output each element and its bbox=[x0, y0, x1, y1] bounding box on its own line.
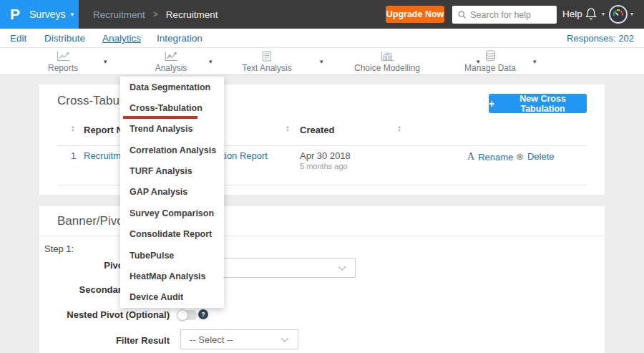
breadcrumb: Recruitment > Recruitment bbox=[93, 0, 218, 29]
annotation-underline bbox=[123, 116, 197, 119]
toolbar-item-analysis[interactable]: Analysis bbox=[155, 48, 187, 75]
document-icon bbox=[263, 51, 272, 62]
plus-icon: + bbox=[489, 98, 494, 110]
product-label: Surveys bbox=[29, 9, 66, 20]
toolbar-item-label: Text Analysis bbox=[242, 63, 291, 73]
app-window: P Surveys ▾ Recruitment > Recruitment Up… bbox=[0, 0, 644, 353]
brand-logo: P bbox=[10, 6, 20, 23]
toggle-knob bbox=[177, 309, 188, 321]
filter-result-select[interactable]: -- Select -- bbox=[180, 329, 298, 349]
responses-count-link[interactable]: Responses: 202 bbox=[567, 33, 634, 44]
chevron-down-icon: ▾ bbox=[71, 11, 74, 18]
toolbar-item-choice-modelling[interactable]: Choice Modelling bbox=[354, 48, 420, 75]
nested-pivot-toggle[interactable] bbox=[177, 310, 197, 320]
account-avatar[interactable] bbox=[609, 5, 628, 24]
survey-nav: Edit Distribute Analytics Integration Re… bbox=[0, 29, 644, 48]
nav-tab-analytics[interactable]: Analytics bbox=[102, 33, 141, 44]
toolbar-item-label: Reports bbox=[48, 63, 78, 73]
toolbar-item-text-analysis[interactable]: Text Analysis bbox=[242, 48, 291, 75]
delete-label: Delete bbox=[527, 151, 555, 162]
toolbar-item-reports[interactable]: Reports bbox=[48, 48, 78, 75]
rename-letter-icon: A bbox=[467, 151, 474, 163]
upgrade-now-button[interactable]: Upgrade Now bbox=[386, 6, 444, 23]
chevron-down-icon bbox=[338, 266, 346, 271]
created-relative: 5 months ago bbox=[300, 162, 348, 170]
chevron-down-icon[interactable]: ▾ bbox=[630, 11, 633, 17]
new-cross-tabulation-button[interactable]: + New Cross Tabulation bbox=[489, 94, 587, 113]
nav-tab-edit[interactable]: Edit bbox=[10, 33, 26, 44]
chevron-down-icon[interactable]: ▾ bbox=[104, 58, 107, 65]
sort-toggle-icon[interactable]: ▲▼ bbox=[397, 125, 401, 132]
top-bar: P Surveys ▾ Recruitment > Recruitment Up… bbox=[0, 0, 644, 29]
chevron-down-icon[interactable]: ▾ bbox=[320, 58, 323, 65]
filter-result-select-value: -- Select -- bbox=[190, 334, 280, 345]
sort-toggle-icon[interactable]: ▲▼ bbox=[71, 125, 75, 132]
menu-item-device-audit[interactable]: Device Audit bbox=[120, 287, 224, 308]
chevron-down-icon[interactable]: ▾ bbox=[533, 58, 537, 65]
menu-item-survey-comparison[interactable]: Survey Comparison bbox=[120, 203, 224, 223]
delete-circle-icon: ⊗ bbox=[516, 151, 524, 162]
sort-toggle-icon[interactable]: ▲▼ bbox=[286, 125, 290, 132]
delete-button[interactable]: ⊗ Delete bbox=[516, 151, 554, 162]
nested-pivot-label: Nested Pivot (Optional) bbox=[39, 309, 170, 320]
menu-item-data-segmentation[interactable]: Data Segmentation bbox=[120, 77, 224, 97]
menu-item-consolidate-report[interactable]: Consolidate Report bbox=[120, 224, 224, 245]
column-header-created[interactable]: Created bbox=[300, 125, 334, 135]
gauge-logo-icon bbox=[611, 7, 625, 21]
analysis-chart-icon bbox=[165, 51, 178, 62]
new-cross-tabulation-label: New Cross Tabulation bbox=[499, 94, 587, 114]
database-icon bbox=[484, 50, 496, 62]
rename-button[interactable]: A Rename bbox=[467, 151, 513, 163]
toolbar-item-label: Manage Data bbox=[464, 63, 516, 73]
menu-item-correlation-analysis[interactable]: Correlation Analysis bbox=[120, 140, 224, 160]
filter-result-label: Filter Result bbox=[39, 335, 170, 346]
notifications-bell-icon[interactable] bbox=[585, 7, 597, 24]
breadcrumb-separator-icon: > bbox=[153, 9, 158, 19]
help-search-box bbox=[452, 6, 557, 24]
help-question-icon[interactable]: ? bbox=[198, 309, 208, 319]
menu-item-heatmap-analysis[interactable]: HeatMap Analysis bbox=[120, 266, 224, 286]
product-switcher[interactable]: P Surveys ▾ bbox=[0, 0, 79, 29]
toolbar-item-label: Choice Modelling bbox=[354, 63, 420, 73]
search-icon bbox=[458, 10, 466, 19]
breadcrumb-parent[interactable]: Recruitment bbox=[93, 9, 145, 20]
step-label: Step 1: bbox=[44, 243, 74, 254]
help-link[interactable]: Help bbox=[562, 9, 582, 19]
row-index: 1 bbox=[71, 150, 76, 161]
nav-tab-integration[interactable]: Integration bbox=[157, 33, 203, 44]
menu-item-tubepulse[interactable]: TubePulse bbox=[120, 245, 224, 266]
chevron-down-icon[interactable]: ▾ bbox=[602, 11, 605, 17]
created-date: Apr 30 2018 bbox=[300, 150, 351, 161]
rename-label: Rename bbox=[478, 152, 513, 163]
toolbar-item-label: Analysis bbox=[155, 63, 187, 73]
breadcrumb-current: Recruitment bbox=[166, 9, 218, 20]
chevron-down-icon bbox=[280, 337, 289, 342]
bar-chart-icon bbox=[381, 51, 394, 62]
chevron-down-icon[interactable]: ▾ bbox=[209, 58, 213, 65]
analysis-dropdown-menu: Data Segmentation Cross-Tabulation Trend… bbox=[120, 77, 224, 308]
menu-item-gap-analysis[interactable]: GAP Analysis bbox=[120, 182, 224, 203]
analytics-toolbar: Reports ▾ Analysis ▾ Text Analysis ▾ Cho… bbox=[0, 48, 644, 75]
menu-item-trend-analysis[interactable]: Trend Analysis bbox=[120, 119, 224, 140]
search-input[interactable] bbox=[470, 10, 551, 20]
menu-item-turf-analysis[interactable]: TURF Analysis bbox=[120, 160, 224, 181]
line-chart-icon bbox=[57, 51, 70, 62]
nav-tab-distribute[interactable]: Distribute bbox=[44, 33, 85, 44]
toolbar-item-manage-data[interactable]: Manage Data bbox=[464, 48, 516, 75]
